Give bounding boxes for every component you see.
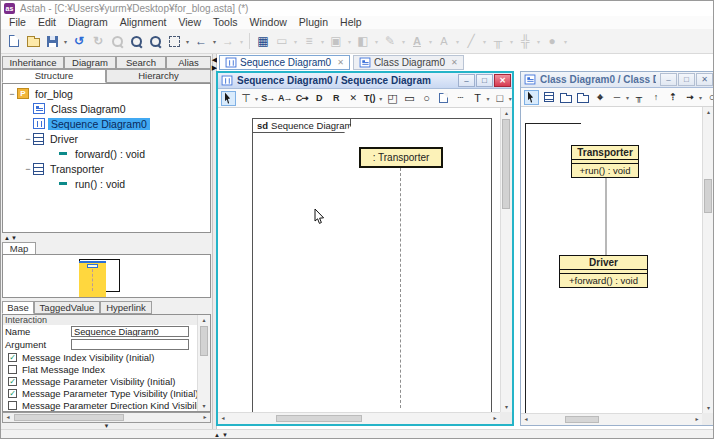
- collapse-icon[interactable]: [7, 89, 17, 99]
- class-tool[interactable]: [541, 90, 556, 105]
- minimize-button[interactable]: [660, 73, 677, 86]
- association-dropdown-caret[interactable]: [626, 94, 629, 101]
- window-titlebar[interactable]: Class Diagram0 / Class Di...: [521, 72, 714, 88]
- fit-to-window-button[interactable]: [165, 32, 183, 50]
- sync-message-tool[interactable]: [260, 91, 275, 106]
- menu-view[interactable]: View: [172, 16, 207, 29]
- tab-hyperlink[interactable]: Hyperlink: [100, 301, 152, 314]
- maximize-button[interactable]: [678, 73, 695, 86]
- frame-dropdown-caret[interactable]: [292, 38, 299, 45]
- menu-file[interactable]: File: [3, 16, 32, 29]
- lifeline-transporter[interactable]: : Transporter: [359, 147, 443, 168]
- align-dropdown-caret[interactable]: [319, 38, 326, 45]
- font-button[interactable]: [435, 32, 453, 50]
- frame-label[interactable]: sdSequence Diagram0: [253, 119, 351, 133]
- realization-tool[interactable]: [665, 90, 680, 105]
- rectangle-tool[interactable]: [492, 91, 507, 106]
- shape-dropdown-caret[interactable]: [562, 38, 569, 45]
- window-titlebar[interactable]: Sequence Diagram0 / Sequence Diagram: [218, 73, 512, 89]
- auto-layout-button[interactable]: [516, 32, 534, 50]
- class-canvas[interactable]: Transporter +run() : void Driver +forwar…: [521, 107, 702, 413]
- tree-item-sequence-diagram[interactable]: Sequence Diagram0: [3, 116, 210, 131]
- zoom-out-button[interactable]: [146, 32, 164, 50]
- scrollbar-thumb[interactable]: [502, 119, 510, 209]
- auto-layout-dropdown-caret[interactable]: [535, 38, 542, 45]
- checkbox-row-param-type[interactable]: Message Parameter Type Visibility (Initi…: [3, 387, 210, 399]
- pin-tool[interactable]: [592, 90, 607, 105]
- scroll-left-icon[interactable]: [218, 414, 228, 423]
- menu-plugin[interactable]: Plugin: [293, 16, 334, 29]
- align-tool-button[interactable]: [300, 32, 318, 50]
- checkbox-row-flat-index[interactable]: Flat Message Index: [3, 363, 210, 375]
- lifeline-dropdown-caret[interactable]: [255, 95, 258, 102]
- subsystem-tool[interactable]: [575, 90, 590, 105]
- stop-tool[interactable]: [345, 91, 360, 106]
- horizontal-scrollbar[interactable]: [218, 412, 500, 424]
- scroll-left-icon[interactable]: [3, 413, 13, 422]
- minimize-button[interactable]: [458, 74, 475, 87]
- hierarchy-button[interactable]: [489, 32, 507, 50]
- tab-structure[interactable]: Structure: [2, 69, 106, 83]
- text-tool[interactable]: [470, 91, 485, 106]
- close-tab-icon[interactable]: [337, 58, 344, 67]
- save-button[interactable]: [43, 32, 61, 50]
- checkbox-row-param-direction[interactable]: Message Parameter Direction Kind Visibil…: [3, 399, 210, 411]
- containment-tool[interactable]: [631, 90, 646, 105]
- status-splitter-icons[interactable]: ▲▼: [214, 432, 230, 438]
- hierarchy-dropdown-caret[interactable]: [508, 38, 515, 45]
- class-transporter[interactable]: Transporter +run() : void: [571, 145, 639, 178]
- select-tool[interactable]: [221, 91, 236, 106]
- name-input[interactable]: Sequence Diagram0: [71, 326, 189, 337]
- dependency-dropdown-caret[interactable]: [699, 94, 702, 101]
- vertical-scrollbar[interactable]: [500, 108, 512, 412]
- save-dropdown-caret[interactable]: [62, 38, 69, 45]
- destroy-message-tool[interactable]: [311, 91, 326, 106]
- async-message-tool[interactable]: [277, 91, 292, 106]
- scroll-right-icon[interactable]: [490, 414, 500, 423]
- tree-item-class-diagram[interactable]: Class Diagram0: [3, 101, 210, 116]
- tree-item-project[interactable]: for_blog: [3, 86, 210, 101]
- interface-tool[interactable]: [704, 90, 714, 105]
- class-driver[interactable]: Driver +forward() : void: [559, 255, 648, 288]
- line-style-dropdown-caret[interactable]: [481, 38, 488, 45]
- scroll-up-icon[interactable]: [501, 108, 512, 118]
- collapse-icon[interactable]: [23, 164, 33, 174]
- undo-button[interactable]: [70, 32, 88, 50]
- checkbox-row-param-visibility[interactable]: Message Parameter Visibility (Initial): [3, 375, 210, 387]
- checkbox-checked-icon[interactable]: [8, 377, 17, 386]
- select-tool[interactable]: [524, 90, 539, 105]
- redo-button[interactable]: [89, 32, 107, 50]
- line-style-button[interactable]: [462, 32, 480, 50]
- close-tab-icon[interactable]: [451, 58, 458, 67]
- tab-alias[interactable]: Alias: [166, 56, 211, 69]
- scrollbar-thumb[interactable]: [276, 415, 362, 422]
- depth-tool-button[interactable]: [327, 32, 345, 50]
- shape-button[interactable]: [543, 32, 561, 50]
- forward-button[interactable]: [219, 32, 237, 50]
- create-message-tool[interactable]: [294, 91, 309, 106]
- fit-dropdown-caret[interactable]: [184, 38, 191, 45]
- menu-help[interactable]: Help: [334, 16, 368, 29]
- doc-tab-sequence-diagram[interactable]: Sequence Diagram0: [219, 55, 350, 70]
- tree-item-run-operation[interactable]: run() : void: [3, 176, 210, 191]
- splitter-down-icon[interactable]: ▼: [11, 235, 18, 241]
- note-tool[interactable]: [436, 91, 451, 106]
- property-horizontal-scrollbar[interactable]: [2, 412, 211, 423]
- scrollbar-thumb[interactable]: [704, 179, 712, 213]
- checkbox-checked-icon[interactable]: [8, 353, 17, 362]
- lifeline-tool[interactable]: [238, 91, 253, 106]
- maximize-button[interactable]: [476, 74, 493, 87]
- menu-diagram[interactable]: Diagram: [62, 16, 114, 29]
- argument-input[interactable]: [71, 339, 189, 350]
- line-color-dropdown-caret[interactable]: [400, 38, 407, 45]
- tree-item-forward-operation[interactable]: forward() : void: [3, 146, 210, 161]
- tab-inheritance[interactable]: Inheritance: [2, 56, 64, 69]
- rectangle-dropdown-caret[interactable]: [509, 95, 512, 102]
- package-tool[interactable]: [558, 90, 573, 105]
- close-button[interactable]: [494, 74, 511, 87]
- scrollbar-thumb[interactable]: [14, 414, 124, 421]
- line-color-button[interactable]: [381, 32, 399, 50]
- zoom-in-button[interactable]: [127, 32, 145, 50]
- search-button[interactable]: [108, 32, 126, 50]
- frame-tool-button[interactable]: [273, 32, 291, 50]
